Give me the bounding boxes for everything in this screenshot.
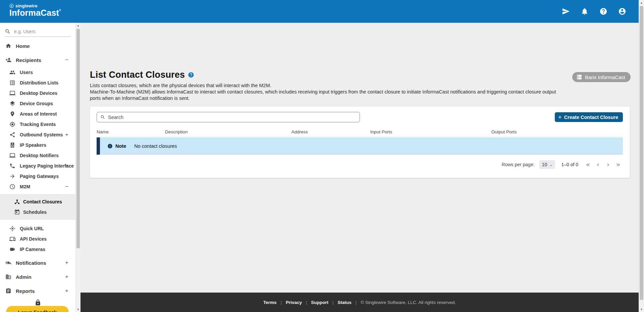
brand-logo[interactable]: singlewire InformaCast® [9, 3, 61, 18]
scroll-down-icon[interactable]: ▼ [639, 307, 644, 312]
tracking-events-icon [9, 121, 15, 127]
page-scrollbar[interactable]: ▲ ▼ [639, 0, 644, 312]
areas-of-interest-icon [9, 111, 15, 117]
reports-icon [5, 288, 11, 294]
sidebar-scrollbar-thumb[interactable] [76, 29, 80, 248]
app-bar: singlewire InformaCast® [0, 0, 639, 23]
sidebar-item-label: Recipients [16, 57, 41, 63]
collapse-icon[interactable]: − [64, 57, 69, 63]
sidebar-item-label: IP Speakers [20, 142, 46, 148]
sidebar-item-ip-speakers[interactable]: IP Speakers [0, 140, 75, 150]
sidebar-item-schedules[interactable]: Schedules [0, 207, 75, 217]
rows-per-page-select[interactable]: 10 ⌄ [539, 160, 555, 169]
scroll-up-icon[interactable]: ▲ [76, 23, 80, 28]
rows-per-page-value: 10 [542, 162, 547, 167]
column-header-description: Description [165, 129, 291, 134]
sidebar-item-desktop-notifiers[interactable]: Desktop Notifiers [0, 150, 75, 161]
sidebar-search [5, 27, 71, 37]
sidebar-item-notifications[interactable]: Notifications+ [0, 256, 75, 270]
expand-icon[interactable]: + [64, 273, 69, 280]
sidebar-item-reports[interactable]: Reports+ [0, 284, 75, 298]
pagination: Rows per page: 10 ⌄ 1–0 of 0 « ‹ › » [502, 158, 623, 172]
barix-button-label: Barix InformaCast [585, 74, 625, 80]
sidebar-scrollbar[interactable]: ▲ ▼ [75, 23, 80, 312]
brand-trademark: ® [59, 9, 61, 12]
sidebar-item-ip-cameras[interactable]: IP Cameras [0, 244, 75, 254]
schedules-icon [14, 209, 20, 215]
sidebar-item-label: Desktop Devices [20, 90, 57, 96]
sidebar-item-legacy-paging-interface[interactable]: Legacy Paging Interface+ [0, 161, 75, 171]
footer-link-terms[interactable]: Terms [263, 300, 277, 305]
sidebar-item-users[interactable]: Users [0, 67, 75, 77]
scroll-up-icon[interactable]: ▲ [639, 0, 644, 5]
desktop-notifiers-icon [9, 152, 15, 159]
column-header-address: Address [291, 129, 370, 134]
send-button[interactable] [561, 7, 570, 16]
sidebar-item-tracking-events[interactable]: Tracking Events [0, 119, 75, 129]
first-page-icon[interactable]: « [583, 161, 593, 168]
sidebar-item-home[interactable]: Home [0, 39, 75, 53]
sidebar-search-input[interactable] [14, 29, 75, 34]
main-content: List Contact Closures Lists contact clos… [80, 23, 639, 312]
sidebar-item-label: Areas of Interest [20, 111, 57, 117]
footer-link-privacy[interactable]: Privacy [286, 300, 302, 305]
footer-copyright: © Singlewire Software, LLC. All rights r… [361, 300, 456, 305]
expand-icon[interactable]: + [64, 163, 69, 169]
sidebar-item-admin[interactable]: Admin+ [0, 270, 75, 284]
footer-link-status[interactable]: Status [338, 300, 352, 305]
sidebar-item-contact-closures[interactable]: Contact Closures [0, 196, 75, 207]
prev-page-icon[interactable]: ‹ [593, 161, 603, 168]
sidebar-lock [0, 299, 75, 306]
create-button-label: Create Contact Closure [564, 115, 618, 120]
sidebar-item-areas-of-interest[interactable]: Areas of Interest [0, 109, 75, 119]
sidebar-item-label: Desktop Notifiers [20, 153, 59, 158]
sidebar-item-label: Notifications [16, 260, 46, 266]
footer-separator: | [306, 300, 307, 305]
page-help-button[interactable] [188, 72, 194, 78]
pagination-range: 1–0 of 0 [561, 162, 578, 167]
scroll-down-icon[interactable]: ▼ [76, 307, 80, 312]
page-description-line1: Lists contact closures, which are the ph… [90, 82, 565, 89]
last-page-icon[interactable]: » [613, 161, 623, 168]
desktop-devices-icon [9, 90, 15, 96]
rows-per-page-label: Rows per page: [502, 162, 535, 167]
sidebar-item-label: Quick URL [20, 226, 44, 231]
home-icon [5, 43, 11, 49]
sidebar-item-api-devices[interactable]: API Devices [0, 234, 75, 244]
help-icon [599, 7, 607, 15]
api-devices-icon [9, 236, 15, 242]
sidebar-item-distribution-lists[interactable]: Distribution Lists [0, 77, 75, 88]
notifications-icon [5, 260, 11, 266]
info-icon [107, 143, 113, 149]
leave-feedback-button[interactable]: Leave Feedback [6, 306, 69, 312]
sidebar-item-outbound-systems[interactable]: Outbound Systems+ [0, 129, 75, 140]
barix-informacast-button[interactable]: Barix InformaCast [572, 72, 631, 82]
brand-singlewire: singlewire [9, 3, 61, 8]
expand-icon[interactable]: + [64, 131, 69, 138]
sidebar-item-paging-gateways[interactable]: Paging Gateways [0, 171, 75, 181]
sidebar-item-quick-url[interactable]: Quick URL [0, 223, 75, 234]
collapse-icon[interactable]: − [64, 183, 69, 190]
sidebar-item-recipients[interactable]: Recipients− [0, 53, 75, 67]
account-button[interactable] [618, 7, 627, 16]
table-search-input[interactable] [108, 115, 356, 120]
sidebar-item-m2m[interactable]: M2M− [0, 181, 75, 192]
page-scrollbar-thumb[interactable] [640, 6, 643, 300]
footer-link-support[interactable]: Support [311, 300, 328, 305]
expand-icon[interactable]: + [64, 288, 69, 294]
bell-button[interactable] [580, 7, 589, 16]
person-add-icon [5, 57, 11, 63]
chevron-down-icon: ⌄ [549, 163, 552, 167]
quick-url-icon [9, 226, 15, 232]
help-button[interactable] [599, 7, 608, 16]
next-page-icon[interactable]: › [603, 161, 613, 168]
footer-separator: | [281, 300, 282, 305]
sidebar-item-desktop-devices[interactable]: Desktop Devices [0, 88, 75, 98]
distribution-lists-icon [9, 80, 15, 86]
pagination-controls: « ‹ › » [583, 161, 623, 168]
expand-icon[interactable]: + [64, 259, 69, 266]
account-icon [618, 7, 626, 15]
column-header-name: Name [97, 129, 165, 134]
create-contact-closure-button[interactable]: + Create Contact Closure [555, 112, 623, 122]
sidebar-item-device-groups[interactable]: Device Groups [0, 98, 75, 109]
